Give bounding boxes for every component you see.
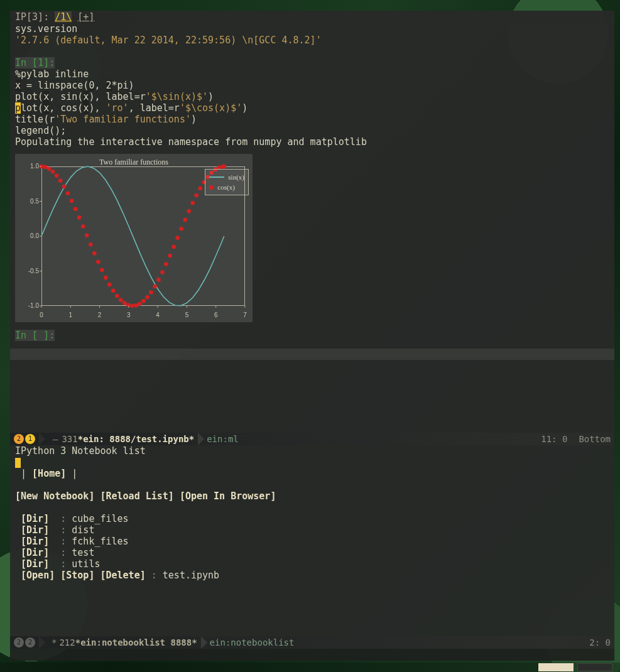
dir-name: fchk_files [72,536,128,547]
ytick: 0.5 [15,196,39,207]
code-text: , sin( [49,91,83,102]
separator-icon [198,433,204,445]
svg-point-28 [145,295,150,300]
tab-active[interactable]: /1\ [55,11,72,23]
list-item: [Dir] : dist [15,524,609,536]
svg-point-41 [194,193,199,198]
svg-point-19 [111,289,116,293]
file-delete-btn[interactable]: [Delete] [100,570,145,581]
list-item: [Dir] : test [15,547,609,558]
svg-point-20 [115,294,119,298]
svg-point-14 [92,251,97,256]
code-text: 'ro' [106,102,129,114]
xtick: 2 [98,310,102,321]
svg-point-42 [198,187,202,191]
code-text: title(r [15,114,55,125]
code-text: , cos( [49,102,83,114]
home-link[interactable]: [Home] [32,468,66,479]
dir-name: dist [72,524,94,536]
list-item: [Dir] : utils [15,558,609,570]
notebooklist-pane: IPython 3 Notebook list | [Home] | [New … [10,445,614,636]
cursor-pos: 11: 0 [541,433,567,445]
svg-point-33 [164,262,168,266]
taskbar [0,663,620,672]
scroll-pos: Bottom [579,433,611,445]
cursor-inactive [15,458,21,468]
code-text: , label=r [129,102,180,114]
separator-icon [201,636,207,649]
svg-point-13 [89,242,93,247]
svg-point-4 [55,173,59,178]
svg-point-16 [100,268,104,273]
chart-legend: sin(x) cos(x) [205,169,249,195]
sep: : [49,513,72,524]
file-open-btn[interactable]: [Open] [21,570,55,581]
list-item: [Dir] : fchk_files [15,536,609,547]
svg-point-6 [62,185,67,189]
open-browser-btn[interactable]: [Open In Browser] [180,490,276,502]
new-notebook-btn[interactable]: [New Notebook] [15,490,94,502]
status-circle-2: 2 [25,637,35,648]
svg-point-32 [160,270,165,274]
xtick: 7 [243,310,247,321]
cell-prompt-empty: In [ ]: [15,330,609,341]
code-line[interactable]: legend(); [15,125,609,136]
code-text: ), label=r [89,91,145,102]
xtick: 0 [40,310,43,321]
svg-point-1 [43,165,48,170]
svg-point-30 [153,285,157,289]
svg-point-26 [138,301,142,306]
sep: : [49,536,72,547]
dir-link[interactable]: [Dir] [21,536,49,547]
buffer-name: *ein: 8888/test.ipynb* [78,433,194,445]
svg-point-39 [187,209,191,214]
dir-link[interactable]: [Dir] [21,524,49,536]
in-prompt-num: 1 [38,57,43,68]
svg-point-36 [175,236,180,240]
list-item: [Dir] : cube_files [15,513,609,524]
svg-point-12 [85,233,89,237]
legend-label: cos(x) [217,182,235,193]
code-line[interactable]: plot(x, cos(x), 'ro', label=r'$\cos(x)$'… [15,102,609,114]
empty-cell-input[interactable] [10,349,614,360]
modeline-dash: — [53,433,58,445]
dir-link[interactable]: [Dir] [21,547,49,558]
taskbar-item[interactable] [577,663,612,671]
code-line[interactable]: plot(x, sin(x), label=r'$\sin(x)$') [15,91,609,102]
reload-list-btn[interactable]: [Reload List] [100,490,173,502]
major-mode: ein:ml [207,433,239,445]
in-prompt-open: In [ [15,330,38,341]
code-text: , [94,80,106,91]
taskbar-item[interactable] [538,663,574,671]
code-line[interactable]: %pylab inline [15,68,609,80]
svg-point-35 [171,245,176,249]
output-line: Populating the interactive namespace fro… [15,136,609,148]
code-text: x [15,80,21,91]
svg-point-15 [96,260,101,264]
code-line[interactable]: x = linspace(0, 2*pi) [15,80,609,91]
xtick: 1 [69,310,73,321]
sep: : [49,558,72,570]
code-line[interactable]: title(r'Two familiar functions') [15,114,609,125]
xtick: 5 [185,310,189,321]
modified-star: * [52,637,57,648]
xtick: 4 [156,310,160,321]
dir-link[interactable]: [Dir] [21,558,49,570]
cell-prompt: In [1]: [15,57,609,68]
ytick: 0.0 [15,230,39,242]
svg-point-38 [183,218,187,222]
svg-point-22 [122,301,127,305]
svg-point-27 [141,299,146,303]
separator-icon [39,433,45,445]
in-prompt-num [38,330,43,341]
dir-link[interactable]: [Dir] [21,513,49,524]
legend-line-icon [209,176,224,178]
output-line: '2.7.6 (default, Mar 22 2014, 22:59:56) … [15,35,609,46]
file-stop-btn[interactable]: [Stop] [60,570,94,581]
code-text: *pi) [112,80,134,91]
buffer-name: *ein:notebooklist 8888* [75,637,197,648]
code-text: '$\sin(x)$' [146,91,208,102]
svg-point-17 [104,276,108,280]
tab-new[interactable]: [+] [77,11,94,23]
ytick: -1.0 [15,300,39,312]
